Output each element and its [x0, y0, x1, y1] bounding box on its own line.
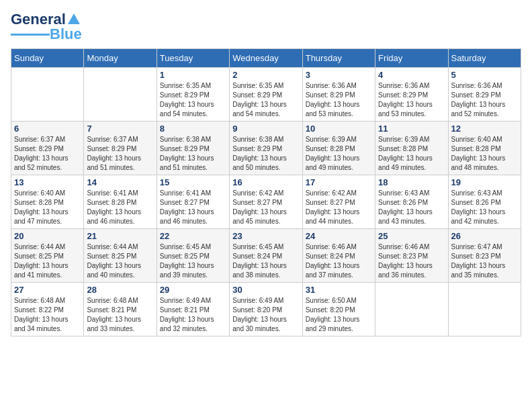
calendar-cell: 20Sunrise: 6:44 AMSunset: 8:25 PMDayligh… [11, 229, 84, 283]
day-number: 7 [87, 124, 153, 134]
calendar-day-header: Friday [375, 49, 448, 68]
day-number: 5 [451, 70, 518, 80]
day-details: Sunrise: 6:37 AMSunset: 8:29 PMDaylight:… [87, 135, 153, 173]
calendar-header-row: SundayMondayTuesdayWednesdayThursdayFrid… [11, 49, 521, 68]
day-details: Sunrise: 6:49 AMSunset: 8:21 PMDaylight:… [160, 296, 226, 334]
day-details: Sunrise: 6:46 AMSunset: 8:24 PMDaylight:… [306, 242, 372, 280]
day-details: Sunrise: 6:44 AMSunset: 8:25 PMDaylight:… [14, 242, 81, 280]
day-details: Sunrise: 6:44 AMSunset: 8:25 PMDaylight:… [87, 242, 153, 280]
calendar-cell [84, 68, 157, 122]
day-number: 29 [160, 285, 226, 295]
calendar-cell: 11Sunrise: 6:39 AMSunset: 8:28 PMDayligh… [375, 122, 448, 175]
calendar-day-header: Saturday [448, 49, 521, 68]
calendar-cell: 10Sunrise: 6:39 AMSunset: 8:28 PMDayligh… [302, 122, 375, 175]
day-details: Sunrise: 6:42 AMSunset: 8:27 PMDaylight:… [232, 189, 299, 226]
calendar-cell: 5Sunrise: 6:36 AMSunset: 8:29 PMDaylight… [448, 68, 521, 122]
calendar-cell: 13Sunrise: 6:40 AMSunset: 8:28 PMDayligh… [11, 175, 84, 229]
calendar-day-header: Sunday [11, 49, 84, 68]
day-number: 2 [232, 70, 299, 80]
day-details: Sunrise: 6:36 AMSunset: 8:29 PMDaylight:… [306, 81, 372, 119]
page-header: General Blue [11, 11, 521, 43]
calendar-cell: 6Sunrise: 6:37 AMSunset: 8:29 PMDaylight… [11, 122, 84, 175]
calendar-week-row: 6Sunrise: 6:37 AMSunset: 8:29 PMDaylight… [11, 122, 521, 175]
calendar-week-row: 13Sunrise: 6:40 AMSunset: 8:28 PMDayligh… [11, 175, 521, 229]
day-number: 22 [160, 231, 226, 241]
calendar-cell: 16Sunrise: 6:42 AMSunset: 8:27 PMDayligh… [230, 175, 302, 229]
calendar-cell: 19Sunrise: 6:43 AMSunset: 8:26 PMDayligh… [448, 175, 521, 229]
calendar-cell: 25Sunrise: 6:46 AMSunset: 8:23 PMDayligh… [375, 229, 448, 283]
day-number: 23 [232, 231, 299, 241]
day-number: 24 [306, 231, 372, 241]
calendar-cell: 21Sunrise: 6:44 AMSunset: 8:25 PMDayligh… [84, 229, 157, 283]
day-details: Sunrise: 6:37 AMSunset: 8:29 PMDaylight:… [14, 135, 81, 173]
calendar-cell: 26Sunrise: 6:47 AMSunset: 8:23 PMDayligh… [448, 229, 521, 283]
logo-blue: Blue [50, 26, 82, 43]
day-details: Sunrise: 6:50 AMSunset: 8:20 PMDaylight:… [306, 296, 372, 334]
day-details: Sunrise: 6:43 AMSunset: 8:26 PMDaylight:… [378, 189, 445, 226]
calendar-cell: 22Sunrise: 6:45 AMSunset: 8:25 PMDayligh… [157, 229, 229, 283]
day-number: 28 [87, 285, 153, 295]
calendar-day-header: Thursday [302, 49, 375, 68]
day-number: 17 [306, 177, 372, 187]
day-details: Sunrise: 6:40 AMSunset: 8:28 PMDaylight:… [14, 189, 81, 226]
calendar-day-header: Wednesday [230, 49, 302, 68]
calendar-cell: 27Sunrise: 6:48 AMSunset: 8:22 PMDayligh… [11, 283, 84, 336]
day-number: 1 [160, 70, 226, 80]
day-number: 16 [232, 177, 299, 187]
calendar-cell: 23Sunrise: 6:45 AMSunset: 8:24 PMDayligh… [230, 229, 302, 283]
day-details: Sunrise: 6:45 AMSunset: 8:24 PMDaylight:… [232, 242, 299, 280]
calendar-table: SundayMondayTuesdayWednesdayThursdayFrid… [11, 48, 521, 336]
calendar-cell: 7Sunrise: 6:37 AMSunset: 8:29 PMDaylight… [84, 122, 157, 175]
calendar-cell: 9Sunrise: 6:38 AMSunset: 8:29 PMDaylight… [230, 122, 302, 175]
day-number: 14 [87, 177, 153, 187]
day-details: Sunrise: 6:41 AMSunset: 8:27 PMDaylight:… [160, 189, 226, 226]
day-details: Sunrise: 6:40 AMSunset: 8:28 PMDaylight:… [451, 135, 518, 173]
day-details: Sunrise: 6:48 AMSunset: 8:22 PMDaylight:… [14, 296, 81, 334]
logo-icon [66, 12, 81, 27]
day-number: 18 [378, 177, 445, 187]
calendar-cell: 2Sunrise: 6:35 AMSunset: 8:29 PMDaylight… [230, 68, 302, 122]
calendar-cell: 15Sunrise: 6:41 AMSunset: 8:27 PMDayligh… [157, 175, 229, 229]
day-details: Sunrise: 6:35 AMSunset: 8:29 PMDaylight:… [232, 81, 299, 119]
logo: General Blue [11, 11, 82, 43]
day-details: Sunrise: 6:41 AMSunset: 8:28 PMDaylight:… [87, 189, 153, 226]
calendar-cell: 1Sunrise: 6:35 AMSunset: 8:29 PMDaylight… [157, 68, 229, 122]
day-details: Sunrise: 6:47 AMSunset: 8:23 PMDaylight:… [451, 242, 518, 280]
day-number: 13 [14, 177, 81, 187]
calendar-cell: 8Sunrise: 6:38 AMSunset: 8:29 PMDaylight… [157, 122, 229, 175]
calendar-cell: 17Sunrise: 6:42 AMSunset: 8:27 PMDayligh… [302, 175, 375, 229]
day-number: 15 [160, 177, 226, 187]
day-number: 4 [378, 70, 445, 80]
calendar-cell [448, 283, 521, 336]
day-number: 26 [451, 231, 518, 241]
day-details: Sunrise: 6:38 AMSunset: 8:29 PMDaylight:… [232, 135, 299, 173]
calendar-cell [11, 68, 84, 122]
day-details: Sunrise: 6:36 AMSunset: 8:29 PMDaylight:… [451, 81, 518, 119]
calendar-cell: 24Sunrise: 6:46 AMSunset: 8:24 PMDayligh… [302, 229, 375, 283]
calendar-cell [375, 283, 448, 336]
calendar-week-row: 20Sunrise: 6:44 AMSunset: 8:25 PMDayligh… [11, 229, 521, 283]
calendar-cell: 14Sunrise: 6:41 AMSunset: 8:28 PMDayligh… [84, 175, 157, 229]
calendar-day-header: Tuesday [157, 49, 229, 68]
day-number: 31 [306, 285, 372, 295]
day-details: Sunrise: 6:39 AMSunset: 8:28 PMDaylight:… [378, 135, 445, 173]
day-number: 11 [378, 124, 445, 134]
day-number: 30 [232, 285, 299, 295]
day-details: Sunrise: 6:38 AMSunset: 8:29 PMDaylight:… [160, 135, 226, 173]
day-number: 10 [306, 124, 372, 134]
calendar-cell: 18Sunrise: 6:43 AMSunset: 8:26 PMDayligh… [375, 175, 448, 229]
day-details: Sunrise: 6:49 AMSunset: 8:20 PMDaylight:… [232, 296, 299, 334]
day-details: Sunrise: 6:39 AMSunset: 8:28 PMDaylight:… [306, 135, 372, 173]
calendar-week-row: 27Sunrise: 6:48 AMSunset: 8:22 PMDayligh… [11, 283, 521, 336]
day-number: 6 [14, 124, 81, 134]
day-details: Sunrise: 6:43 AMSunset: 8:26 PMDaylight:… [451, 189, 518, 226]
day-number: 12 [451, 124, 518, 134]
calendar-cell: 31Sunrise: 6:50 AMSunset: 8:20 PMDayligh… [302, 283, 375, 336]
calendar-cell: 3Sunrise: 6:36 AMSunset: 8:29 PMDaylight… [302, 68, 375, 122]
day-number: 8 [160, 124, 226, 134]
day-number: 25 [378, 231, 445, 241]
calendar-cell: 12Sunrise: 6:40 AMSunset: 8:28 PMDayligh… [448, 122, 521, 175]
calendar-cell: 4Sunrise: 6:36 AMSunset: 8:29 PMDaylight… [375, 68, 448, 122]
calendar-week-row: 1Sunrise: 6:35 AMSunset: 8:29 PMDaylight… [11, 68, 521, 122]
day-details: Sunrise: 6:48 AMSunset: 8:21 PMDaylight:… [87, 296, 153, 334]
